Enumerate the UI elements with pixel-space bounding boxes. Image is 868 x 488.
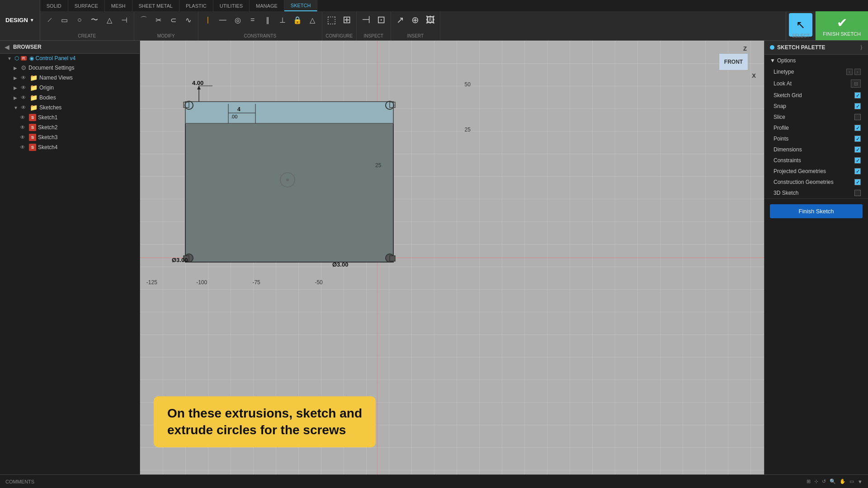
view-cube[interactable]: Z FRONT X <box>715 45 756 81</box>
insert-icon1[interactable]: ↗ <box>394 13 407 27</box>
offset-icon[interactable]: ⊂ <box>167 13 180 27</box>
insert-icon2[interactable]: ⊕ <box>409 13 422 27</box>
browser-expand-icon[interactable]: ◀ <box>5 43 9 51</box>
tab-plastic[interactable]: PLASTIC <box>179 0 213 11</box>
pan-icon[interactable]: ✋ <box>840 479 846 484</box>
mirror-tool-icon[interactable]: ⊣ <box>118 13 131 27</box>
tangent-icon[interactable]: △ <box>306 13 319 27</box>
origin-item[interactable]: ▶ 👁 📁 Origin <box>0 83 140 93</box>
equal-icon[interactable]: = <box>246 13 259 27</box>
tab-sheetmetal[interactable]: SHEET METAL <box>132 0 179 11</box>
construction-geometries-checkbox[interactable] <box>854 179 861 185</box>
configure-label[interactable]: CONFIGURE <box>326 33 353 38</box>
snap-status-icon[interactable]: ⊹ <box>814 479 818 484</box>
insert-label[interactable]: INSERT <box>407 33 424 38</box>
projected-geometries-label: Projected Geometries <box>774 168 826 174</box>
constraints-checkbox[interactable] <box>854 157 861 164</box>
finish-sketch-ribbon-label: FINISH SKETCH <box>823 31 861 37</box>
root-badge: R <box>21 56 27 61</box>
tab-utilities[interactable]: UTILITIES <box>213 0 250 11</box>
sketch2-eye-icon: 👁 <box>20 124 27 131</box>
configure-icon1[interactable]: ⬚ <box>325 13 339 27</box>
tab-solid[interactable]: SOLID <box>40 0 68 11</box>
svg-point-21 <box>286 178 289 181</box>
slice-label: Slice <box>774 114 785 120</box>
rectangle-tool-icon[interactable]: ▭ <box>58 13 71 27</box>
tab-manage[interactable]: MANAGE <box>250 0 284 11</box>
bodies-label: Bodies <box>39 94 56 101</box>
configure-icon2[interactable]: ⊞ <box>340 13 354 27</box>
trim-icon[interactable]: ✂ <box>152 13 165 27</box>
constraints-label: Constraints <box>774 157 801 164</box>
dimensions-label: Dimensions <box>774 146 802 153</box>
line-tool-icon[interactable]: ⟋ <box>43 13 57 27</box>
coincident-icon[interactable]: | <box>201 13 215 27</box>
tab-surface[interactable]: SURFACE <box>68 0 105 11</box>
inspect-icon1[interactable]: ⊣ <box>359 13 373 27</box>
sketch-grid-checkbox[interactable] <box>854 92 861 99</box>
options-label: Options <box>777 57 796 64</box>
tree-root[interactable]: ▼ ⬡ R ◉ Control Panel v4 <box>0 54 140 63</box>
sketch-grid-label: Sketch Grid <box>774 92 802 99</box>
finish-sketch-ribbon-btn[interactable]: ✔ FINISH SKETCH <box>816 11 868 40</box>
sketch3-item[interactable]: 👁 S Sketch3 <box>0 132 140 142</box>
perpendicular-icon[interactable]: ⊥ <box>276 13 289 27</box>
concentric-icon[interactable]: ◎ <box>231 13 245 27</box>
palette-expand-icon[interactable]: ⟩ <box>860 44 863 51</box>
sketches-arrow: ▼ <box>14 105 19 110</box>
select-label[interactable]: SELECT <box>792 33 810 38</box>
named-views-item[interactable]: ▶ 👁 📁 Named Views <box>0 73 140 83</box>
grid-icon[interactable]: ⊞ <box>807 479 811 484</box>
design-button[interactable]: DESIGN ▼ <box>0 0 40 40</box>
insert-icon3[interactable]: 🖼 <box>424 13 437 27</box>
palette-header: SKETCH PALETTE ⟩ <box>764 41 868 55</box>
options-header[interactable]: ▼ Options <box>764 55 868 66</box>
lock-icon[interactable]: 🔒 <box>291 13 304 27</box>
look-at-label: Look At <box>774 80 792 87</box>
bodies-item[interactable]: ▶ 👁 📁 Bodies <box>0 93 140 103</box>
spline-tool-icon[interactable]: 〜 <box>88 13 101 27</box>
canvas-area[interactable]: 50 25 -25 -50 -75 -100 -125 4.00 <box>140 41 764 474</box>
dimensions-checkbox[interactable] <box>854 146 861 153</box>
projected-geometries-row: Projected Geometries <box>764 166 868 177</box>
projected-geometries-checkbox[interactable] <box>854 168 861 174</box>
sketches-item[interactable]: ▼ 👁 📁 Sketches <box>0 103 140 113</box>
view-cube-face[interactable]: FRONT <box>719 53 748 70</box>
linetype-right-icon[interactable]: › <box>854 69 861 75</box>
doc-settings-item[interactable]: ▶ ⚙ Document Settings <box>0 63 140 73</box>
slice-checkbox[interactable] <box>854 114 861 120</box>
display-icon[interactable]: ▭ <box>849 479 854 484</box>
zoom-icon[interactable]: 🔍 <box>830 479 836 484</box>
slice-row: Slice <box>764 112 868 122</box>
display-dropdown[interactable]: ▼ <box>858 479 863 484</box>
look-at-icon[interactable]: ⊟ <box>851 80 861 88</box>
linetype-left-icon[interactable]: ‹ <box>846 69 853 75</box>
constraints-label[interactable]: CONSTRAINTS <box>244 33 276 38</box>
wave-icon[interactable]: ∿ <box>182 13 195 27</box>
profile-checkbox[interactable] <box>854 125 861 131</box>
root-radio-icon: ◉ <box>29 55 34 61</box>
modify-label[interactable]: MODIFY <box>157 33 175 38</box>
circle-tool-icon[interactable]: ○ <box>73 13 86 27</box>
inspect-label[interactable]: INSPECT <box>364 33 383 38</box>
tab-mesh[interactable]: MESH <box>105 0 132 11</box>
sketch1-item[interactable]: 👁 S Sketch1 <box>0 113 140 122</box>
inspect-icon2[interactable]: ⊡ <box>374 13 388 27</box>
points-checkbox[interactable] <box>854 136 861 142</box>
snap-checkbox[interactable] <box>854 103 861 109</box>
sketch4-item[interactable]: 👁 S Sketch4 <box>0 142 140 152</box>
sketch2-item[interactable]: 👁 S Sketch2 <box>0 122 140 132</box>
orbit-icon[interactable]: ↺ <box>822 479 826 484</box>
tab-sketch[interactable]: SKETCH <box>284 0 318 11</box>
modify-group: ⌒ ✂ ⊂ ∿ MODIFY <box>134 11 198 40</box>
snap-row: Snap <box>764 101 868 112</box>
parallel-icon[interactable]: ∥ <box>261 13 274 27</box>
fillet-icon[interactable]: ⌒ <box>137 13 151 27</box>
polygon-tool-icon[interactable]: △ <box>103 13 116 27</box>
collinear-icon[interactable]: — <box>216 13 230 27</box>
sketch4-label: Sketch4 <box>38 144 57 150</box>
finish-sketch-button[interactable]: Finish Sketch <box>770 204 863 218</box>
sketch-palette: SKETCH PALETTE ⟩ ▼ Options Linetype ‹ › … <box>764 41 868 474</box>
create-label[interactable]: CREATE <box>78 33 96 38</box>
3d-sketch-checkbox[interactable] <box>854 190 861 196</box>
